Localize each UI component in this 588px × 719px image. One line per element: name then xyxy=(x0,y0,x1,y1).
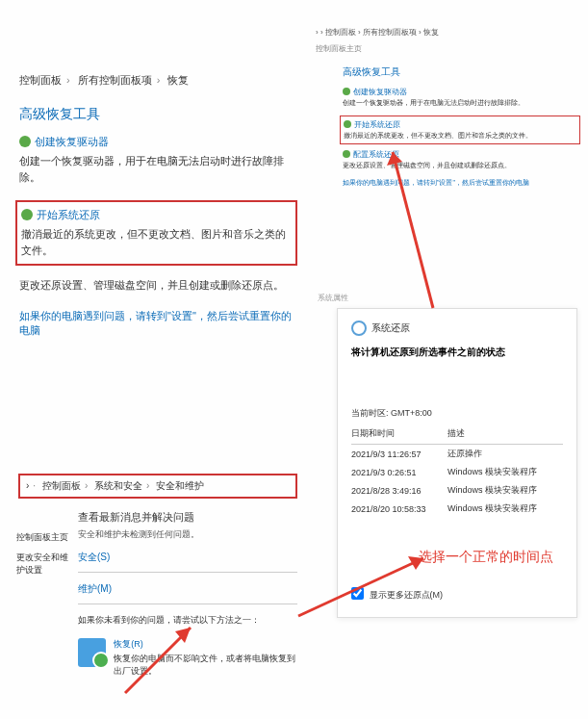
maintenance-expand-link[interactable]: 维护(M) xyxy=(78,582,297,596)
crumb-all-items[interactable]: 所有控制面板项 xyxy=(78,74,152,86)
timezone-label: 当前时区: GMT+8:00 xyxy=(351,407,563,420)
highlight-red-box: 开始系统还原 撤消最近的系统更改，但不更改文档、图片和音乐之类的文件。 xyxy=(15,200,297,266)
page-title: 高级恢复工具 xyxy=(343,65,577,79)
breadcrumb: › › 控制面板 › 所有控制面板项 › 恢复 xyxy=(316,27,577,38)
crumb-control-panel[interactable]: 控制面板 xyxy=(19,74,62,86)
crumb-system-security[interactable]: 系统和安全 xyxy=(94,480,142,491)
option-desc: 更改还原设置、管理磁盘空间，并且创建或删除还原点。 xyxy=(343,161,577,170)
sidebar: 控制面板主页 更改安全和维护设置 xyxy=(16,531,69,584)
option-desc: 撤消最近的系统更改，但不更改文档、图片和音乐之类的文件。 xyxy=(21,226,292,258)
option-desc: 创建一个恢复驱动器，用于在电脑无法启动时进行故障排除。 xyxy=(19,153,294,185)
breadcrumb: 控制面板› 所有控制面板项› 恢复 xyxy=(19,73,189,88)
table-row[interactable]: 2021/8/28 3:49:16Windows 模块安装程序 xyxy=(351,481,563,500)
sidebar-item-home[interactable]: 控制面板主页 xyxy=(16,531,69,544)
recovery-desc: 恢复你的电脑而不影响文件，或者将电脑恢复到出厂设置。 xyxy=(114,653,297,677)
recovery-panel-large: 控制面板› 所有控制面板项› 恢复 高级恢复工具 创建恢复驱动器 创建一个恢复驱… xyxy=(19,75,294,338)
recovery-icon xyxy=(78,638,106,667)
security-expand-link[interactable]: 安全(S) xyxy=(78,551,297,564)
option-header: 创建恢复驱动器 xyxy=(19,135,294,149)
section-subtitle: 安全和维护未检测到任何问题。 xyxy=(78,528,297,541)
crumb-security-maintenance[interactable]: 安全和维护 xyxy=(156,480,204,491)
option-desc: 撤消最近的系统更改，但不更改文档、图片和音乐之类的文件。 xyxy=(344,131,576,141)
breadcrumb-highlighted: ›· 控制面板› 系统和安全› 安全和维护 xyxy=(18,474,297,499)
dialog-title: 系统还原 xyxy=(351,321,563,336)
col-datetime[interactable]: 日期和时间 xyxy=(351,427,447,445)
option-configure-restore[interactable]: 配置系统还原 更改还原设置、管理磁盘空间，并且创建或删除还原点。 xyxy=(343,149,577,170)
show-more-label: 显示更多还原点(M) xyxy=(370,590,444,600)
option-start-system-restore[interactable]: 开始系统还原 撤消最近的系统更改，但不更改文档、图片和音乐之类的文件。 xyxy=(344,119,576,141)
system-restore-dialog: 系统还原 将计算机还原到所选事件之前的状态 当前时区: GMT+8:00 日期和… xyxy=(337,308,577,618)
option-desc: 创建一个恢复驱动器，用于在电脑无法启动时进行故障排除。 xyxy=(343,98,577,108)
restore-points-table: 日期和时间 描述 2021/9/3 11:26:57还原操作 2021/9/3 … xyxy=(351,427,563,518)
option-header: 开始系统还原 xyxy=(21,208,292,222)
crumb-recovery[interactable]: 恢复 xyxy=(167,74,189,86)
section-title: 查看最新消息并解决问题 xyxy=(78,510,297,525)
recovery-panel-small: › › 控制面板 › 所有控制面板项 › 恢复 控制面板主页 高级恢复工具 创建… xyxy=(316,27,577,188)
option-header: 配置系统还原 xyxy=(343,149,577,160)
option-header: 开始系统还原 xyxy=(344,119,576,130)
option-start-system-restore[interactable]: 开始系统还原 撤消最近的系统更改，但不更改文档、图片和音乐之类的文件。 xyxy=(21,208,292,258)
recovery-link[interactable]: 恢复(R) xyxy=(114,638,297,651)
sidebar-item-settings[interactable]: 更改安全和维护设置 xyxy=(16,552,69,577)
show-more-checkbox[interactable] xyxy=(351,587,364,600)
table-row[interactable]: 2021/9/3 11:26:57还原操作 xyxy=(351,445,563,464)
crumb-arrow: › xyxy=(26,480,29,491)
highlight-red-box: 开始系统还原 撤消最近的系统更改，但不更改文档、图片和音乐之类的文件。 xyxy=(340,116,580,144)
option-desc: 更改还原设置、管理磁盘空间，并且创建或删除还原点。 xyxy=(19,277,294,294)
option-create-recovery-drive[interactable]: 创建恢复驱动器 创建一个恢复驱动器，用于在电脑无法启动时进行故障排除。 xyxy=(19,135,294,185)
recovery-row[interactable]: 恢复(R) 恢复你的电脑而不影响文件，或者将电脑恢复到出厂设置。 xyxy=(78,638,297,677)
control-panel-home-link[interactable]: 控制面板主页 xyxy=(316,43,362,54)
option-create-recovery-drive[interactable]: 创建恢复驱动器 创建一个恢复驱动器，用于在电脑无法启动时进行故障排除。 xyxy=(343,87,577,108)
divider xyxy=(78,572,297,573)
dialog-heading: 将计算机还原到所选事件之前的状态 xyxy=(351,346,563,359)
show-more-checkbox-row[interactable]: 显示更多还原点(M) xyxy=(351,587,563,602)
option-header: 创建恢复驱动器 xyxy=(343,87,577,97)
divider xyxy=(78,603,297,604)
fine-print-link[interactable]: 如果你的电脑遇到问题，请转到"设置"，然后尝试重置你的电脑 xyxy=(19,309,294,338)
security-maintenance-panel: ›· 控制面板› 系统和安全› 安全和维护 控制面板主页 更改安全和维护设置 查… xyxy=(18,474,297,677)
table-row[interactable]: 2021/9/3 0:26:51Windows 模块安装程序 xyxy=(351,463,563,481)
page-title: 高级恢复工具 xyxy=(19,106,294,123)
window-meta-label: 系统属性 xyxy=(318,293,348,303)
crumb-control-panel[interactable]: 控制面板 xyxy=(42,480,81,491)
fine-print-link[interactable]: 如果你的电脑遇到问题，请转到"设置"，然后尝试重置你的电脑 xyxy=(343,178,577,188)
table-row[interactable]: 2021/8/20 10:58:33Windows 模块安装程序 xyxy=(351,500,563,518)
col-description[interactable]: 描述 xyxy=(447,427,563,445)
option-configure-restore[interactable]: 更改还原设置、管理磁盘空间，并且创建或删除还原点。 xyxy=(19,277,294,294)
annotation-text: 选择一个正常的时间点 xyxy=(419,549,553,566)
try-note: 如果你未看到你的问题，请尝试以下方法之一： xyxy=(78,614,297,627)
